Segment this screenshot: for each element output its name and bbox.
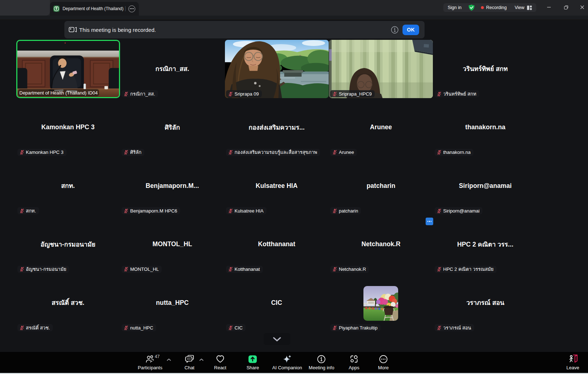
- sign-in-button[interactable]: Sign in: [448, 5, 461, 10]
- participant-name-label: nutta_HPC: [122, 324, 156, 331]
- mic-muted-icon: [332, 325, 337, 330]
- chat-menu-chevron[interactable]: [197, 356, 205, 363]
- participant-tile[interactable]: สรณัติ์ สวช. สรณัติ์ สวช.: [16, 274, 120, 332]
- participant-tile[interactable]: CIC CIC: [225, 274, 329, 332]
- mic-muted-icon: [332, 150, 337, 155]
- participant-tile[interactable]: Kulsatree HIA Kulsatree HIA: [225, 157, 329, 215]
- apps-button[interactable]: Apps: [349, 354, 359, 370]
- participant-name-text: อัญชนา-กรมอนามัย: [26, 265, 67, 273]
- participant-tile[interactable]: thanakorn.na thanakorn.na: [434, 98, 537, 157]
- participant-display-name: สรณัติ์ สวช.: [16, 274, 120, 332]
- share-screen-button[interactable]: Share: [247, 354, 259, 370]
- participant-name-text: Department of Health (Thailand) ID04: [20, 90, 98, 96]
- participant-tile[interactable]: Benjamaporn.M... Benjamaporn.M HPC6: [120, 157, 224, 215]
- participant-name-text: Netchanok.R: [339, 266, 366, 272]
- chat-icon: [184, 354, 195, 364]
- participant-tile[interactable]: Kotthananat Kotthananat: [225, 215, 329, 274]
- participant-display-name: กองส่งเสริมความร...: [225, 98, 329, 157]
- mic-muted-icon: [228, 209, 233, 213]
- mic-muted-icon: [332, 267, 337, 272]
- participant-name-label: Sriprapa 09: [226, 90, 262, 97]
- window-restore-button[interactable]: [558, 0, 574, 14]
- leave-button[interactable]: Leave: [566, 354, 579, 370]
- participant-display-name: HPC 2 คณิตา วรร...: [434, 215, 537, 274]
- participant-tile[interactable]: กรณิกา_สส. กรณิกา_สส.: [120, 40, 224, 98]
- participant-name-label: patcharin: [330, 207, 361, 214]
- mic-muted-icon: [437, 209, 442, 213]
- gallery-next-page-button[interactable]: [264, 333, 290, 345]
- participant-name-text: ศิริลัก: [130, 148, 141, 156]
- meeting-info-icon: [317, 354, 326, 364]
- participant-tile[interactable]: nutta_HPC nutta_HPC: [120, 274, 224, 332]
- participant-name-text: CIC: [235, 325, 243, 331]
- participant-tile[interactable]: Kamonkan HPC 3 Kamonkan HPC 3: [16, 98, 120, 157]
- participant-tile[interactable]: วรินทร์ทิพย์ สกท วรินทร์ทิพย์ สกท: [434, 40, 537, 98]
- participant-name-label: สรณัติ์ สวช.: [17, 324, 53, 331]
- participant-tile[interactable]: สกท. สกท.: [16, 157, 120, 215]
- mic-muted-icon: [228, 325, 233, 330]
- participant-tile[interactable]: อัญชนา-กรมอนามัย อัญชนา-กรมอนามัย: [16, 215, 120, 274]
- participants-icon: [145, 354, 155, 364]
- view-button[interactable]: View: [515, 5, 532, 10]
- participant-tile[interactable]: Netchanok.R Netchanok.R: [329, 215, 433, 274]
- participant-avatar: [363, 286, 398, 321]
- recording-ok-button[interactable]: OK: [402, 25, 419, 35]
- participant-tile[interactable]: Department of Health (Thailand) ID04: [16, 40, 120, 98]
- tile-more-button[interactable]: [426, 218, 433, 225]
- window-close-button[interactable]: [574, 0, 588, 14]
- participant-display-name: สกท.: [16, 157, 120, 215]
- participant-tile[interactable]: MONTOL_HL MONTOL_HL: [120, 215, 224, 274]
- participant-name-label: กองส่งเสริมความรอบรู้และสื่อสารสุขภาพ: [226, 149, 320, 156]
- recording-info-button[interactable]: [390, 25, 399, 34]
- participant-tile[interactable]: Sriprapa_HPC9: [329, 40, 433, 98]
- participant-name-text: สกท.: [26, 207, 36, 215]
- participant-tile[interactable]: Arunee Arunee: [329, 98, 433, 157]
- title-bar: Department of Health (Thailand) Sign in …: [0, 0, 588, 16]
- ai-companion-button[interactable]: AI Companion: [272, 354, 302, 370]
- participant-name-text: สรณัติ์ สวช.: [26, 324, 50, 332]
- mic-muted-icon: [437, 325, 442, 330]
- participant-tile[interactable]: วราภรณ์ สอน วราภรณ์ สอน: [434, 274, 537, 332]
- mic-muted-icon: [124, 209, 128, 213]
- participant-name-label: Sriprapa_HPC9: [330, 90, 375, 97]
- participants-menu-chevron[interactable]: [165, 356, 173, 363]
- participant-display-name: วราภรณ์ สอน: [434, 274, 537, 332]
- recording-indicator[interactable]: Recording: [481, 5, 507, 10]
- participant-display-name: Kulsatree HIA: [225, 157, 329, 215]
- participant-display-name: Siriporn@anamai: [434, 157, 537, 215]
- mic-muted-icon: [124, 92, 128, 96]
- mic-muted-icon: [437, 150, 442, 155]
- meeting-toolbar: 47 Participants Chat React: [0, 352, 588, 373]
- participant-tile[interactable]: Siriporn@anamai Siriporn@anamai: [434, 157, 537, 215]
- security-shield-icon[interactable]: [468, 4, 475, 11]
- tab-options-button[interactable]: [128, 5, 135, 12]
- mic-muted-icon: [124, 150, 128, 155]
- participant-name-text: วรินทร์ทิพย์ สกท: [443, 90, 476, 98]
- participant-tile[interactable]: Piyaphan Trakultip: [329, 274, 433, 332]
- participant-tile[interactable]: patcharin patcharin: [329, 157, 433, 215]
- tab-separator: [125, 6, 125, 11]
- mic-muted-icon: [228, 267, 233, 272]
- participant-display-name: ศิริลัก: [120, 98, 224, 157]
- more-button[interactable]: More: [378, 354, 389, 370]
- window-minimize-button[interactable]: [541, 0, 557, 14]
- participant-display-name: Arunee: [329, 98, 433, 157]
- participant-display-name: Kamonkan HPC 3: [16, 98, 120, 157]
- participant-video: [225, 40, 329, 98]
- chat-button[interactable]: Chat: [184, 354, 195, 370]
- react-button[interactable]: React: [214, 354, 226, 370]
- participant-name-label: Siriporn@anamai: [435, 207, 483, 214]
- meeting-info-button[interactable]: Meeting info: [309, 354, 335, 370]
- participant-tile[interactable]: ศิริลัก ศิริลัก: [120, 98, 224, 157]
- participants-button[interactable]: 47 Participants: [138, 354, 162, 370]
- participant-tile[interactable]: Sriprapa 09: [225, 40, 329, 98]
- chevron-down-icon: [272, 337, 282, 342]
- meeting-tab[interactable]: Department of Health (Thailand): [50, 2, 139, 16]
- recording-label: Recording: [486, 5, 507, 10]
- participant-name-text: Benjamaporn.M HPC6: [130, 208, 177, 214]
- participant-name-label: ศิริลัก: [122, 149, 144, 156]
- chevron-up-icon: [199, 358, 204, 361]
- participant-tile[interactable]: กองส่งเสริมความร... กองส่งเสริมความรอบรู…: [225, 98, 329, 157]
- participant-tile[interactable]: HPC 2 คณิตา วรร... HPC 2 คณิตา วรรณสมัย: [434, 215, 537, 274]
- participant-video: [17, 41, 119, 97]
